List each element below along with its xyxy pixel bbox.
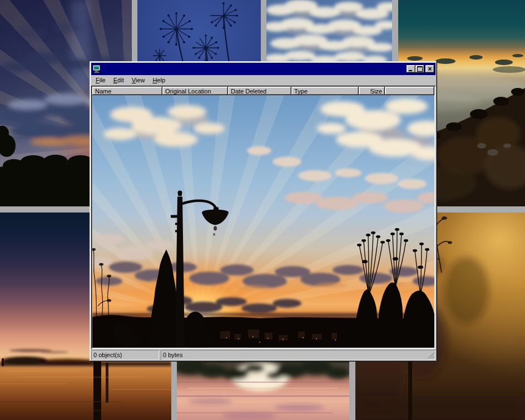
maximize-button[interactable] (415, 65, 424, 73)
column-header-row: Name Original Location Date Deleted Type… (92, 87, 434, 95)
sunset-photo-overlay (92, 95, 434, 348)
column-header-name[interactable]: Name (92, 87, 162, 95)
title-bar[interactable]: × (91, 63, 435, 75)
menu-help[interactable]: Help (148, 76, 169, 84)
menu-bar: File Edit View Help (91, 75, 435, 85)
window-controls: × (407, 65, 434, 73)
maximize-icon (417, 66, 423, 72)
resize-grip[interactable] (428, 352, 435, 359)
computer-icon[interactable] (92, 65, 101, 73)
column-header-type[interactable]: Type (291, 87, 359, 95)
column-header-blank[interactable] (385, 87, 434, 95)
recycle-bin-window: × File Edit View Help Name Original Loca… (90, 61, 437, 362)
minimize-button[interactable] (407, 65, 415, 73)
file-list-view: Name Original Location Date Deleted Type… (91, 86, 435, 349)
clouds-upper-right (317, 98, 434, 160)
clouds-upper-left (103, 105, 225, 147)
column-header-original-location[interactable]: Original Location (162, 87, 228, 95)
menu-view[interactable]: View (128, 76, 149, 84)
minimize-icon (409, 70, 412, 71)
clouds-mid-right (285, 192, 434, 213)
status-bar: 0 object(s) 0 bytes (91, 350, 435, 360)
column-header-size[interactable]: Size (359, 87, 385, 95)
column-header-date-deleted[interactable]: Date Deleted (228, 87, 291, 95)
list-content-area[interactable] (92, 95, 434, 348)
menu-file[interactable]: File (92, 76, 110, 84)
close-button[interactable]: × (425, 65, 434, 73)
menu-edit[interactable]: Edit (110, 76, 128, 84)
desktop-background: × File Edit View Help Name Original Loca… (0, 0, 525, 420)
status-object-count: 0 object(s) (91, 350, 159, 360)
status-total-size: 0 bytes (161, 350, 435, 360)
